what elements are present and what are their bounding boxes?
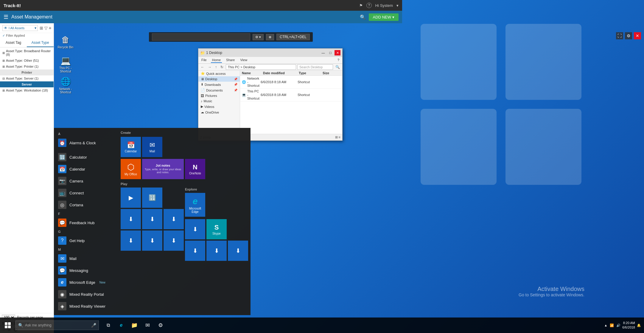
address-bar[interactable]: This PC > Desktop [226, 64, 296, 70]
tab-asset-tag[interactable]: Asset Tag [0, 39, 27, 47]
taskbar-edge[interactable]: e [115, 319, 127, 332]
refresh-btn[interactable]: ↻ [219, 64, 225, 70]
app-mail[interactable]: ✉ Mail [54, 253, 118, 264]
pictures-item[interactable]: 🖼 Pictures [198, 93, 240, 98]
filter-select[interactable]: 👁 I All Assets ▾ [2, 25, 38, 31]
ribbon-share[interactable]: Share [225, 58, 236, 63]
taskbar-mic-icon[interactable]: 🎤 [91, 323, 96, 328]
tray-volume-icon[interactable]: 🔊 [616, 323, 620, 327]
app-feedback-hub[interactable]: 💬 Feedback Hub [54, 217, 118, 229]
app-get-help[interactable]: ? Get Help [54, 235, 118, 247]
app-camera[interactable]: 📷 Camera [54, 175, 118, 187]
tab-asset-type[interactable]: Asset Type [27, 39, 54, 47]
music-item[interactable]: ♪ Music [198, 98, 240, 104]
tile-play-6[interactable]: ⬇ [121, 230, 141, 251]
app-cortana[interactable]: ◎ Cortana [54, 199, 118, 211]
ribbon-home[interactable]: Home [211, 58, 222, 63]
desktop-item[interactable]: 🖥 Desktop 📌 [198, 76, 240, 82]
tile-play-3[interactable]: ⬇ [121, 209, 141, 229]
notification-icon[interactable]: 🔔 [637, 323, 641, 327]
grid-view-icon[interactable]: ⊞ [40, 26, 43, 30]
tile-play-1[interactable]: ▶ [121, 188, 141, 208]
tile-onenote[interactable]: N OneNote [185, 159, 205, 179]
tile-explore-3[interactable]: ⬇ [206, 241, 227, 261]
add-new-button[interactable]: ADD NEW ▾ [369, 13, 399, 21]
tile-play-5[interactable]: ⬇ [164, 209, 184, 229]
tile-my-office[interactable]: ⬡ My Office [121, 159, 141, 179]
explorer-maximize-btn[interactable]: □ [327, 50, 333, 55]
network-icon[interactable]: 🌐 Network - Shortcut [55, 75, 76, 94]
remote-settings-btn[interactable]: ⚙ ▾ [253, 34, 264, 40]
tile-calendar[interactable]: 📅 Calendar [121, 137, 141, 157]
remote-gear-btn[interactable]: ⚙ [625, 32, 632, 39]
tile-play-2[interactable]: 🔢 [142, 188, 162, 208]
fullscreen-btn[interactable]: ⛶ [616, 32, 623, 39]
user-chevron[interactable]: ▾ [396, 3, 399, 8]
sidebar-item-server[interactable]: ⊟ Asset Type: Server (1) [0, 75, 54, 81]
explorer-search[interactable]: Search Desktop [297, 64, 333, 70]
remote-address-input[interactable] [152, 33, 250, 41]
tile-explore-1[interactable]: ⬇ [185, 219, 205, 239]
app-mixed-reality-viewer[interactable]: ◈ Mixed Reality Viewer [54, 300, 118, 312]
ribbon-file[interactable]: File [200, 58, 208, 63]
search-button[interactable]: 🔍 [360, 14, 366, 20]
ctrl-alt-del-button[interactable]: CTRL+ALT+DEL [276, 34, 310, 40]
taskbar-clock[interactable]: 8:20 AM 6/6/2018 [622, 321, 635, 330]
ribbon-help[interactable]: ? [336, 58, 340, 63]
taskbar-search-bar[interactable]: 🔍 Ask me anything 🎤 [15, 320, 99, 330]
remote-close-btn[interactable]: ✕ [634, 32, 641, 39]
filter-icon[interactable]: ▽ [44, 26, 48, 30]
tile-mail[interactable]: ✉ Mail [142, 137, 162, 157]
help-icon[interactable]: ? [366, 3, 372, 8]
explorer-search-btn[interactable]: 🔍 [334, 64, 341, 70]
file-row-thispc[interactable]: 💻 This PC - Shortcut 6/6/2018 8:18 AM Sh… [240, 89, 342, 101]
app-messaging[interactable]: 💬 Messaging [54, 264, 118, 276]
explorer-close-btn[interactable]: ✕ [335, 50, 340, 55]
tile-edge[interactable]: e Microsoft Edge [185, 193, 205, 217]
section-letter-c-calc [54, 149, 118, 151]
sidebar-item-printer[interactable]: ⊞ Asset Type: Printer (1) [0, 63, 54, 69]
tile-explore-4[interactable]: ⬇ [228, 241, 248, 261]
downloads-item[interactable]: ⬇ Downloads 📌 [198, 82, 240, 87]
view-toggle[interactable]: ⊞ ≡ [335, 135, 340, 139]
onedrive-item[interactable]: ☁ OneDrive [198, 109, 240, 115]
this-pc-icon[interactable]: 💻 This PC - Shortcut [55, 55, 76, 73]
documents-item[interactable]: 📄 Documents 📌 [198, 87, 240, 93]
start-button[interactable] [0, 317, 15, 333]
hamburger-icon[interactable]: ☰ [4, 14, 8, 20]
forward-btn[interactable]: → [207, 64, 213, 70]
tile-skype[interactable]: S Skype [206, 219, 227, 239]
ribbon-view[interactable]: View [239, 58, 248, 63]
flag-icon[interactable]: ⚑ [359, 3, 363, 8]
taskbar-explorer[interactable]: 📁 [128, 319, 141, 332]
sidebar-item-workstation[interactable]: ⊞ Asset Type: Workstation (18) [0, 87, 54, 93]
tile-play-4[interactable]: ⬇ [142, 209, 162, 229]
taskbar-mail[interactable]: ✉ [141, 319, 154, 332]
videos-item[interactable]: ▶ Videos [198, 104, 240, 109]
tile-jot-notes[interactable]: Jot notes Type, write, or draw your idea… [142, 159, 184, 179]
tray-network-icon[interactable]: 📶 [610, 323, 614, 327]
explorer-minimize-btn[interactable]: — [320, 50, 326, 55]
back-btn[interactable]: ← [200, 64, 206, 70]
recycle-bin-icon[interactable]: 🗑 Recycle Bin [55, 34, 76, 49]
app-alarms-clock[interactable]: ⏰ Alarms & Clock [54, 137, 118, 149]
sidebar-separator-server[interactable]: Server [0, 81, 54, 87]
tile-explore-2[interactable]: ⬇ [185, 241, 205, 261]
app-connect[interactable]: 📺 Connect [54, 187, 118, 199]
up-btn[interactable]: ↑ [214, 64, 218, 70]
task-view-btn[interactable]: ⧉ [102, 319, 114, 332]
tile-play-8[interactable]: ⬇ [164, 230, 184, 251]
file-row-network[interactable]: 🌐 Network - Shortcut 6/6/2018 8:18 AM Sh… [240, 76, 342, 89]
app-mixed-reality-portal[interactable]: ◉ Mixed Reality Portal [54, 288, 118, 300]
sidebar-item-broadband[interactable]: ⊞ Asset Type: Broadband Router (8) [0, 48, 54, 58]
remote-action-btn[interactable]: ⊕ [266, 34, 274, 40]
sidebar-item-other[interactable]: ⊞ Asset Type: Other (51) [0, 58, 54, 63]
list-view-icon[interactable]: ≡ [49, 26, 51, 30]
app-microsoft-edge[interactable]: e Microsoft Edge New [54, 276, 118, 288]
taskbar-settings[interactable]: ⚙ [154, 319, 167, 332]
tray-up-arrow[interactable]: ▲ [604, 323, 607, 327]
app-calculator[interactable]: 🔢 Calculator [54, 151, 118, 163]
app-calendar[interactable]: 📅 Calendar [54, 163, 118, 175]
quick-access-item[interactable]: ⭐ Quick access [198, 71, 240, 76]
tile-play-7[interactable]: ⬇ [142, 230, 162, 251]
